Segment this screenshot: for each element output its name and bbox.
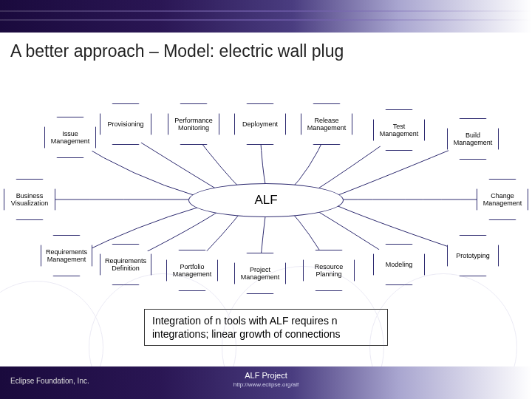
node-build-management: Build Management xyxy=(447,118,499,160)
footer-project: ALF Project xyxy=(233,371,299,380)
slide-title: A better approach – Model: electric wall… xyxy=(0,33,532,67)
node-release-management: Release Management xyxy=(301,103,352,145)
node-change-management: Change Management xyxy=(477,179,528,220)
diagram: ALF Provisioning Performance Monitoring … xyxy=(0,89,532,325)
node-issue-management: Issue Management xyxy=(44,117,96,158)
node-modeling: Modeling xyxy=(373,244,425,285)
node-prototyping: Prototyping xyxy=(447,235,499,276)
node-resource-planning: Resource Planning xyxy=(303,250,355,291)
node-business-visualization: Business Visualization xyxy=(4,179,55,220)
footer-org: Eclipse Foundation, Inc. xyxy=(10,377,89,385)
node-performance-monitoring: Performance Monitoring xyxy=(168,103,219,145)
caption-box: Integration of n tools with ALF requires… xyxy=(144,309,388,346)
node-project-management: Project Management xyxy=(234,253,286,294)
node-requirements-definition: Requirements Definition xyxy=(100,244,151,285)
alf-hub: ALF xyxy=(188,183,344,217)
node-deployment: Deployment xyxy=(234,103,286,145)
hub-label: ALF xyxy=(254,193,277,208)
node-provisioning: Provisioning xyxy=(100,103,151,145)
caption-text: Integration of n tools with ALF requires… xyxy=(152,315,340,340)
node-requirements-management: Requirements Management xyxy=(41,235,92,276)
header-band xyxy=(0,0,532,33)
node-test-management: Test Management xyxy=(373,109,425,151)
footer-band: Eclipse Foundation, Inc. ALF Project htt… xyxy=(0,366,532,399)
node-portfolio-management: Portfolio Management xyxy=(166,250,218,291)
footer-url: http://www.eclipse.org/alf xyxy=(233,381,299,388)
